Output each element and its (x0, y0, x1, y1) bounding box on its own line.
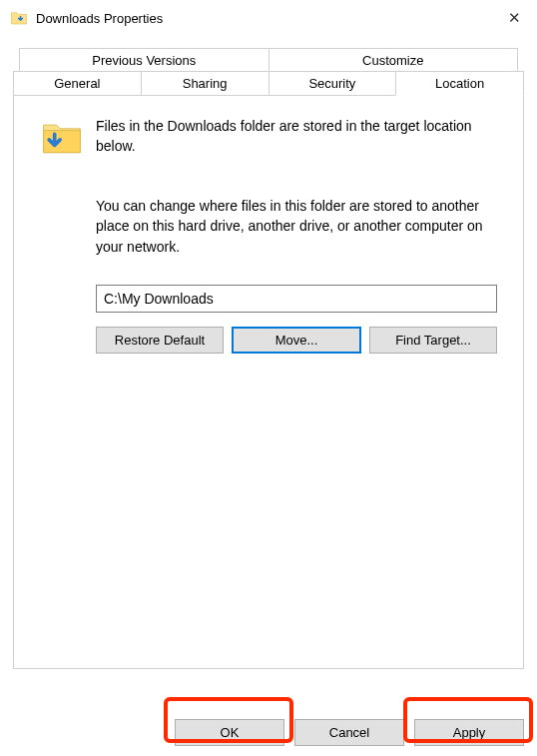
close-icon: ✕ (508, 9, 521, 27)
tab-strip: Previous Versions Customize General Shar… (13, 48, 524, 96)
dialog-footer: OK Cancel Apply (175, 719, 524, 746)
close-button[interactable]: ✕ (491, 0, 537, 36)
titlebar: Downloads Properties ✕ (0, 0, 537, 36)
downloads-folder-large-icon (40, 116, 84, 160)
ok-button[interactable]: OK (175, 719, 284, 746)
location-desc-2: You can change where files in this folde… (96, 196, 497, 257)
tab-previous-versions[interactable]: Previous Versions (19, 48, 269, 72)
downloads-folder-icon (10, 9, 28, 27)
location-desc-1: Files in the Downloads folder are stored… (96, 116, 497, 157)
location-panel: Files in the Downloads folder are stored… (13, 95, 524, 669)
find-target-button[interactable]: Find Target... (369, 327, 497, 354)
apply-button[interactable]: Apply (414, 719, 524, 746)
location-path-input[interactable] (96, 285, 497, 313)
cancel-button[interactable]: Cancel (294, 719, 404, 746)
tab-security[interactable]: Security (268, 71, 397, 96)
window-title: Downloads Properties (36, 11, 491, 26)
tab-customize[interactable]: Customize (268, 48, 519, 72)
restore-default-button[interactable]: Restore Default (96, 327, 224, 354)
move-button[interactable]: Move... (232, 327, 361, 354)
tab-location[interactable]: Location (395, 71, 524, 96)
tab-sharing[interactable]: Sharing (141, 71, 269, 96)
content-area: Previous Versions Customize General Shar… (0, 36, 537, 669)
tab-general[interactable]: General (13, 71, 142, 96)
